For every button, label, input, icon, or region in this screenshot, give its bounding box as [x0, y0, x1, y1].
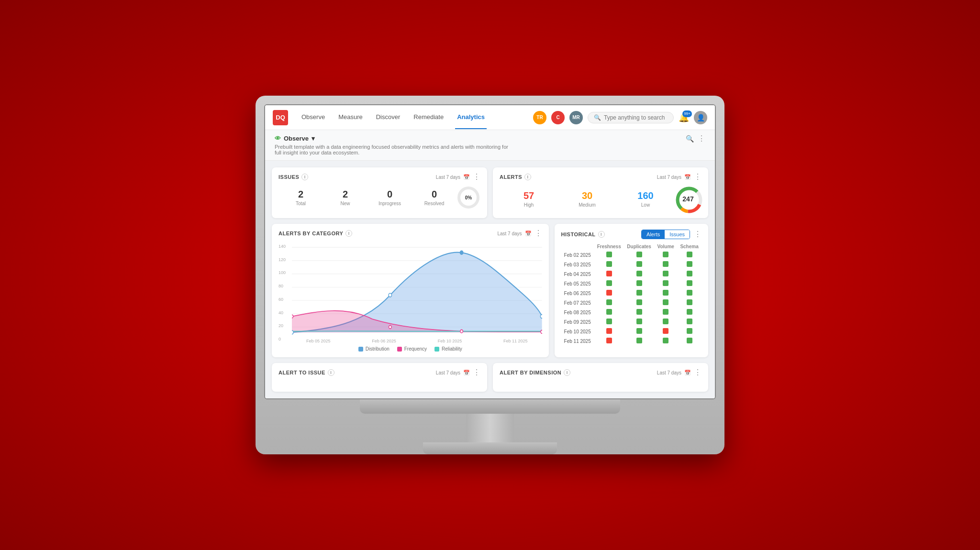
issues-resolved: 0 Resolved — [412, 189, 457, 206]
historical-more-icon[interactable]: ⋮ — [694, 231, 702, 238]
abd-meta: Last 7 days 📅 ⋮ — [657, 369, 702, 376]
issues-inprogress: 0 Inprogress — [368, 189, 412, 206]
dropdown-arrow[interactable]: ▾ — [312, 135, 315, 142]
row-date: Feb 10 2025 — [561, 327, 594, 336]
issues-card: ISSUES i Last 7 days 📅 ⋮ 2 Total — [272, 167, 487, 218]
x-axis-labels: Feb 05 2025 Feb 06 2025 Feb 10 2025 Feb … — [292, 339, 542, 343]
row-duplicates — [624, 269, 654, 279]
row-freshness — [594, 308, 624, 317]
row-freshness — [594, 336, 624, 346]
search-input[interactable] — [604, 114, 668, 121]
schema-status-dot — [687, 261, 692, 267]
svg-point-16 — [540, 315, 542, 319]
abd-more-icon[interactable]: ⋮ — [694, 369, 702, 376]
alerts-calendar-icon[interactable]: 📅 — [684, 174, 691, 180]
historical-tab-group: Alerts Issues — [641, 230, 690, 239]
issues-card-header: ISSUES i Last 7 days 📅 ⋮ — [278, 173, 480, 181]
abc-more-icon[interactable]: ⋮ — [535, 230, 542, 237]
issues-meta: Last 7 days 📅 ⋮ — [436, 173, 480, 181]
freshness-status-dot — [606, 261, 612, 267]
row-volume — [654, 260, 677, 269]
row-schema — [677, 336, 702, 346]
nav-analytics[interactable]: Analytics — [455, 106, 487, 129]
alerts-card-header: ALERTS i Last 7 days 📅 ⋮ — [500, 173, 702, 181]
notification-count: 99+ — [682, 110, 692, 117]
col-schema: Schema — [677, 243, 702, 250]
svg-point-20 — [541, 330, 542, 333]
row-date: Feb 08 2025 — [561, 308, 594, 317]
avatar-c[interactable]: C — [551, 111, 565, 124]
schema-status-dot — [687, 328, 692, 334]
freshness-status-dot — [606, 252, 612, 257]
issues-date-range: Last 7 days — [436, 175, 460, 180]
schema-status-dot — [687, 252, 692, 257]
table-row: Feb 05 2025 — [561, 279, 702, 288]
avatar-tr[interactable]: TR — [533, 111, 546, 124]
ati-calendar-icon[interactable]: 📅 — [463, 370, 470, 376]
issues-calendar-icon[interactable]: 📅 — [463, 174, 470, 180]
duplicates-status-dot — [636, 299, 642, 305]
freshness-status-dot — [606, 309, 612, 315]
notification-bell[interactable]: 🔔 99+ — [679, 112, 689, 123]
row-duplicates — [624, 308, 654, 317]
schema-status-dot — [687, 299, 692, 305]
historical-card: HISTORICAL i Alerts Issues ⋮ — [555, 224, 708, 357]
row-duplicates — [624, 260, 654, 269]
chart-legend: Distribution Frequency Reliability — [278, 346, 542, 352]
tab-alerts[interactable]: Alerts — [642, 230, 665, 239]
row-date: Feb 05 2025 — [561, 279, 594, 288]
user-avatar[interactable]: 👤 — [694, 111, 707, 124]
freshness-status-dot — [606, 338, 612, 343]
row-schema — [677, 317, 702, 327]
ati-info-icon[interactable]: i — [328, 369, 334, 376]
abd-date-range: Last 7 days — [657, 370, 681, 375]
alerts-stats: 57 High 30 Medium 160 Low — [500, 186, 702, 212]
more-options-icon-subheader[interactable]: ⋮ — [698, 135, 705, 143]
abc-info-icon[interactable]: i — [345, 230, 352, 237]
legend-frequency: Frequency — [397, 346, 427, 352]
abd-calendar-icon[interactable]: 📅 — [684, 370, 691, 376]
row-duplicates — [624, 336, 654, 346]
row-duplicates — [624, 298, 654, 308]
schema-status-dot — [687, 280, 692, 286]
row-schema — [677, 260, 702, 269]
nav-discover[interactable]: Discover — [374, 106, 402, 129]
col-freshness: Freshness — [594, 243, 624, 250]
abd-info-icon[interactable]: i — [564, 369, 570, 376]
alerts-medium: 30 Medium — [558, 190, 616, 208]
alerts-donut: 247 — [675, 186, 702, 212]
abc-calendar-icon[interactable]: 📅 — [525, 231, 532, 237]
alerts-info-icon[interactable]: i — [524, 174, 531, 180]
historical-info-icon[interactable]: i — [598, 231, 605, 238]
duplicates-status-dot — [636, 309, 642, 315]
svg-point-13 — [292, 330, 293, 334]
row-volume — [654, 336, 677, 346]
alerts-low: 160 Low — [616, 190, 675, 208]
ati-title: ALERT TO ISSUE i — [278, 369, 334, 376]
app-logo[interactable]: DQ — [273, 110, 288, 125]
nav-observe[interactable]: Observe — [300, 106, 327, 129]
nav-remediate[interactable]: Remediate — [412, 106, 445, 129]
row-freshness — [594, 317, 624, 327]
tab-issues[interactable]: Issues — [665, 230, 690, 239]
row-volume — [654, 317, 677, 327]
issues-total: 2 Total — [278, 189, 323, 206]
abd-header: ALERT BY DIMENSION i Last 7 days 📅 ⋮ — [500, 369, 702, 376]
col-duplicates: Duplicates — [624, 243, 654, 250]
duplicates-status-dot — [636, 261, 642, 267]
avatar-mr[interactable]: MR — [569, 111, 583, 124]
row-volume — [654, 288, 677, 298]
nav-right: TR C MR 🔍 🔔 99+ 👤 — [533, 111, 707, 124]
row-date: Feb 04 2025 — [561, 269, 594, 279]
issues-info-icon[interactable]: i — [301, 174, 308, 180]
search-icon-subheader[interactable]: 🔍 — [686, 135, 694, 143]
row-schema — [677, 250, 702, 260]
alerts-more-icon[interactable]: ⋮ — [694, 173, 702, 181]
issues-more-icon[interactable]: ⋮ — [473, 173, 480, 181]
table-row: Feb 08 2025 — [561, 308, 702, 317]
nav-measure[interactable]: Measure — [336, 106, 365, 129]
table-row: Feb 11 2025 — [561, 336, 702, 346]
ati-more-icon[interactable]: ⋮ — [473, 369, 480, 376]
search-icon: 🔍 — [594, 114, 601, 121]
observe-title[interactable]: Observe — [284, 135, 309, 142]
